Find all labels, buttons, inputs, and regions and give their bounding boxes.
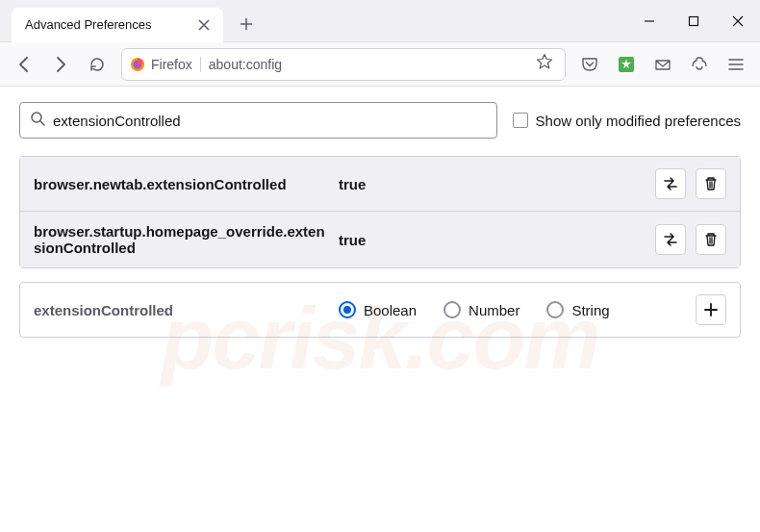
search-row: Show only modified preferences — [19, 102, 741, 139]
radio-icon — [443, 301, 461, 318]
bookmark-star-icon[interactable] — [532, 51, 557, 77]
window-controls — [627, 0, 760, 42]
radio-label: Boolean — [364, 302, 417, 318]
radio-number[interactable]: Number — [443, 301, 519, 318]
close-icon[interactable] — [194, 15, 214, 35]
preference-row[interactable]: browser.startup.homepage_override.extens… — [20, 212, 740, 267]
radio-label: String — [571, 302, 609, 318]
checkbox-icon — [513, 113, 528, 128]
preference-actions — [655, 224, 726, 255]
preference-list: browser.newtab.extensionControlled true … — [19, 156, 741, 268]
extension-button[interactable] — [610, 48, 643, 81]
type-radio-group: Boolean Number String — [339, 301, 684, 318]
radio-string[interactable]: String — [546, 301, 609, 318]
forward-button[interactable] — [44, 48, 77, 81]
url-text: about:config — [209, 57, 524, 72]
menu-button[interactable] — [720, 48, 752, 81]
checkbox-label: Show only modified preferences — [536, 113, 741, 129]
show-modified-checkbox[interactable]: Show only modified preferences — [513, 113, 741, 129]
add-button[interactable] — [696, 294, 726, 325]
account-button[interactable] — [683, 48, 716, 81]
preference-value: true — [339, 232, 644, 248]
new-preference-name: extensionControlled — [34, 302, 327, 318]
toggle-button[interactable] — [655, 224, 686, 255]
firefox-icon — [130, 57, 145, 72]
maximize-button[interactable] — [671, 0, 716, 42]
navigation-toolbar: Firefox about:config — [0, 42, 760, 87]
preference-actions — [655, 168, 726, 199]
radio-icon — [546, 301, 564, 318]
preference-name: browser.newtab.extensionControlled — [34, 176, 327, 192]
content-area: pcrisk.com Show only modified preference… — [0, 87, 760, 532]
identity-label: Firefox — [151, 57, 192, 72]
inbox-button[interactable] — [646, 48, 679, 81]
preference-row[interactable]: browser.newtab.extensionControlled true — [20, 157, 740, 212]
minimize-button[interactable] — [627, 0, 671, 42]
search-box[interactable] — [19, 102, 497, 139]
identity-box[interactable]: Firefox — [130, 57, 201, 72]
reload-button[interactable] — [81, 48, 114, 81]
radio-label: Number — [469, 302, 519, 318]
tab-title: Advanced Preferences — [25, 17, 194, 32]
url-bar[interactable]: Firefox about:config — [121, 48, 566, 81]
svg-rect-0 — [690, 16, 698, 25]
close-window-button[interactable] — [716, 0, 760, 42]
preference-value: true — [339, 176, 644, 192]
browser-tab[interactable]: Advanced Preferences — [12, 8, 223, 42]
titlebar: Advanced Preferences — [0, 0, 760, 42]
search-icon — [30, 111, 45, 130]
radio-boolean[interactable]: Boolean — [339, 301, 417, 318]
delete-button[interactable] — [696, 168, 726, 199]
radio-icon — [339, 301, 356, 318]
new-preference-row: extensionControlled Boolean Number Strin… — [19, 282, 741, 338]
preference-name: browser.startup.homepage_override.extens… — [34, 223, 327, 256]
back-button[interactable] — [8, 48, 40, 81]
search-input[interactable] — [53, 113, 487, 129]
pocket-button[interactable] — [573, 48, 606, 81]
new-tab-button[interactable] — [231, 9, 262, 39]
toggle-button[interactable] — [655, 168, 686, 199]
browser-window: Advanced Preferences — [0, 0, 760, 532]
delete-button[interactable] — [696, 224, 726, 255]
